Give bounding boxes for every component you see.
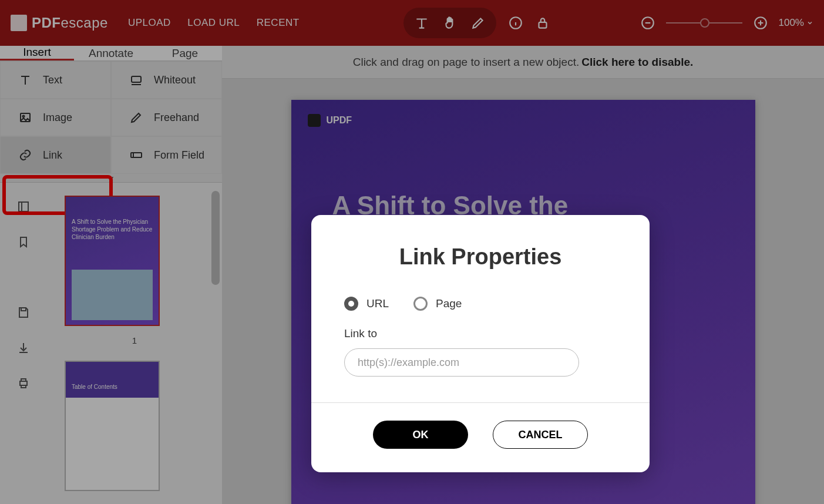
modal-buttons: OK CANCEL xyxy=(344,421,617,449)
modal-title: Link Properties xyxy=(344,244,617,270)
cancel-button[interactable]: CANCEL xyxy=(493,421,588,449)
link-properties-modal: Link Properties URL Page Link to OK CANC… xyxy=(311,215,650,472)
radio-url-indicator xyxy=(344,297,358,311)
radio-page[interactable]: Page xyxy=(413,297,462,311)
link-type-radios: URL Page xyxy=(344,297,617,311)
radio-url[interactable]: URL xyxy=(344,297,389,311)
modal-divider xyxy=(311,402,650,403)
ok-button[interactable]: OK xyxy=(373,421,468,449)
link-url-input[interactable] xyxy=(344,348,579,377)
radio-page-indicator xyxy=(413,297,428,311)
link-to-label: Link to xyxy=(344,327,617,340)
